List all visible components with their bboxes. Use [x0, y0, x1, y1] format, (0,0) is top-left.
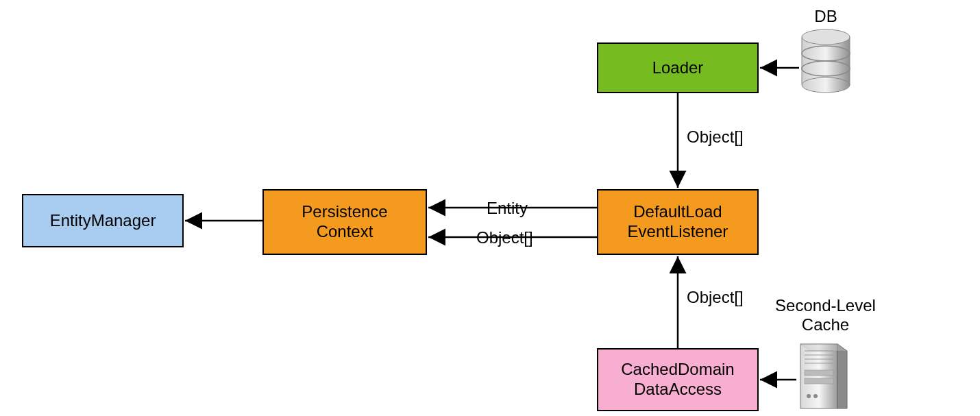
svg-point-4: [802, 77, 850, 93]
second-level-cache-label: Second-Level Cache: [769, 296, 882, 334]
default-load-event-listener-box: DefaultLoad EventListener: [597, 189, 759, 255]
dlel-to-pc-object-label: Object[]: [476, 228, 533, 247]
svg-point-17: [813, 394, 818, 398]
svg-rect-7: [800, 344, 837, 408]
entity-manager-box: EntityManager: [22, 194, 184, 247]
loader-box: Loader: [597, 42, 759, 93]
default-load-event-listener-label: DefaultLoad EventListener: [628, 202, 728, 242]
svg-point-1: [802, 29, 850, 45]
cached-domain-data-access-label: CachedDomain DataAccess: [621, 360, 734, 400]
database-icon: [799, 29, 853, 93]
svg-marker-8: [837, 344, 847, 408]
db-label: DB: [809, 7, 843, 26]
server-icon: [796, 341, 850, 411]
persistence-context-label: Persistence Context: [302, 202, 387, 242]
cached-domain-data-access-box: CachedDomain DataAccess: [597, 348, 759, 411]
dlel-to-pc-entity-label: Entity: [487, 199, 528, 218]
loader-to-dlel-label: Object[]: [687, 127, 744, 147]
cdda-to-dlel-label: Object[]: [687, 288, 744, 307]
svg-rect-15: [805, 378, 833, 384]
svg-rect-14: [805, 370, 833, 376]
loader-label: Loader: [652, 58, 704, 78]
svg-point-16: [807, 394, 811, 398]
entity-manager-label: EntityManager: [50, 211, 156, 231]
persistence-context-box: Persistence Context: [262, 189, 427, 255]
